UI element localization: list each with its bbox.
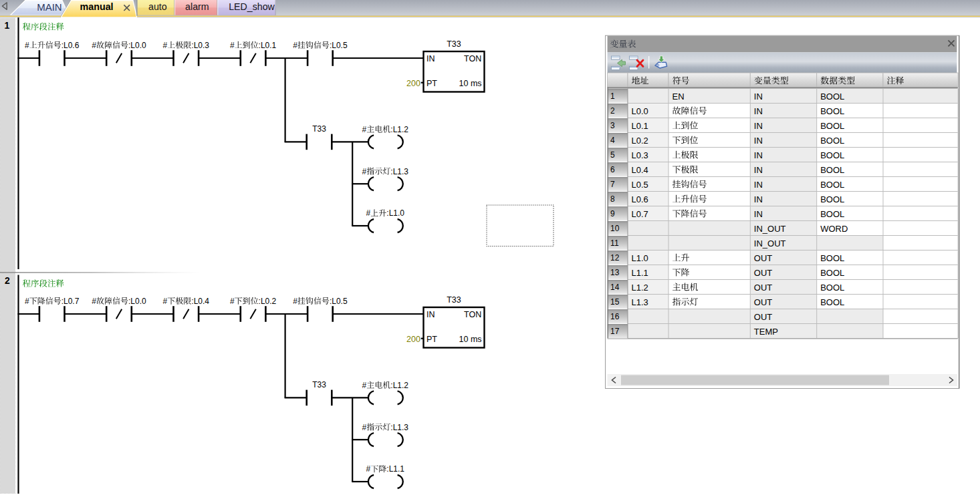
svg-text:IN: IN xyxy=(754,121,763,131)
svg-text:T33: T33 xyxy=(312,380,326,389)
svg-text:alarm: alarm xyxy=(185,1,209,12)
svg-text:OUT: OUT xyxy=(754,283,773,293)
svg-text:BOOL: BOOL xyxy=(820,209,844,219)
svg-text:#: # xyxy=(362,167,367,176)
svg-text:L0.7: L0.7 xyxy=(632,209,648,219)
svg-text:IN: IN xyxy=(754,194,763,204)
svg-text:PT: PT xyxy=(426,335,437,344)
svg-text:IN_OUT: IN_OUT xyxy=(754,238,786,248)
svg-text:L0.5: L0.5 xyxy=(632,180,648,190)
svg-text:10: 10 xyxy=(610,224,620,233)
svg-text:#: # xyxy=(163,297,168,306)
svg-text:#: # xyxy=(163,41,168,50)
svg-text:BOOL: BOOL xyxy=(820,106,844,116)
svg-text::L1.2: :L1.2 xyxy=(390,381,408,390)
svg-text:L1.1: L1.1 xyxy=(632,268,648,278)
svg-text::L0.7: :L0.7 xyxy=(62,297,80,306)
svg-text:2: 2 xyxy=(5,275,10,286)
svg-text:16: 16 xyxy=(610,312,620,321)
svg-text:7: 7 xyxy=(610,180,615,189)
svg-text:14: 14 xyxy=(610,283,620,292)
svg-text:IN: IN xyxy=(426,310,435,319)
svg-text:#: # xyxy=(366,464,371,474)
svg-text:IN: IN xyxy=(754,136,763,146)
svg-text:IN: IN xyxy=(754,180,763,190)
svg-text::L0.2: :L0.2 xyxy=(259,297,277,306)
svg-text:2: 2 xyxy=(610,106,615,116)
svg-text:17: 17 xyxy=(610,327,620,336)
svg-text:8: 8 xyxy=(610,194,615,204)
svg-text:OUT: OUT xyxy=(754,268,773,278)
svg-text::L0.0: :L0.0 xyxy=(128,41,146,50)
svg-text:BOOL: BOOL xyxy=(820,180,844,190)
svg-text:1: 1 xyxy=(5,20,10,31)
svg-text::L1.1: :L1.1 xyxy=(386,464,404,474)
svg-text:4: 4 xyxy=(610,136,615,145)
svg-text:L0.4: L0.4 xyxy=(632,165,648,175)
svg-text:BOOL: BOOL xyxy=(820,121,844,131)
svg-text:11: 11 xyxy=(610,238,619,248)
svg-text::L0.3: :L0.3 xyxy=(191,41,209,50)
svg-text:T33: T33 xyxy=(312,124,326,134)
svg-text:IN: IN xyxy=(426,54,435,63)
svg-text:L0.6: L0.6 xyxy=(632,194,648,204)
svg-text:manual: manual xyxy=(80,1,114,12)
svg-text:OUT: OUT xyxy=(754,297,773,307)
svg-text:L1.2: L1.2 xyxy=(632,283,648,293)
svg-text:TON: TON xyxy=(464,310,481,319)
svg-text:#: # xyxy=(293,41,297,50)
svg-text:WORD: WORD xyxy=(820,224,848,234)
svg-text:#: # xyxy=(366,208,371,218)
svg-text:BOOL: BOOL xyxy=(820,297,844,307)
svg-text:EN: EN xyxy=(672,92,685,102)
svg-text:BOOL: BOOL xyxy=(820,92,844,102)
svg-text:10 ms: 10 ms xyxy=(459,79,482,88)
svg-text:#: # xyxy=(92,297,96,306)
svg-text:IN: IN xyxy=(754,209,763,219)
svg-text:BOOL: BOOL xyxy=(820,136,844,146)
svg-text:L0.2: L0.2 xyxy=(632,136,648,146)
svg-text:1: 1 xyxy=(610,92,615,101)
svg-text:L1.3: L1.3 xyxy=(632,297,648,307)
svg-text:13: 13 xyxy=(610,268,620,277)
svg-text:OUT: OUT xyxy=(754,253,773,263)
svg-text:TON: TON xyxy=(464,54,481,63)
svg-text:3: 3 xyxy=(610,121,615,130)
svg-text::L0.5: :L0.5 xyxy=(330,41,348,50)
svg-text:6: 6 xyxy=(610,165,615,174)
svg-text:#: # xyxy=(25,297,29,306)
svg-text:IN_OUT: IN_OUT xyxy=(754,224,786,234)
svg-text:#: # xyxy=(230,41,235,50)
svg-text:BOOL: BOOL xyxy=(820,283,844,293)
svg-text:#: # xyxy=(362,423,367,432)
svg-text:12: 12 xyxy=(610,253,620,263)
svg-text:LED_show: LED_show xyxy=(229,1,275,12)
svg-text::L1.0: :L1.0 xyxy=(386,208,404,218)
svg-text:T33: T33 xyxy=(447,39,461,49)
svg-text:#: # xyxy=(362,125,367,134)
svg-text:#: # xyxy=(362,381,367,390)
svg-text::L0.0: :L0.0 xyxy=(128,297,146,306)
svg-text:5: 5 xyxy=(610,150,615,160)
svg-text::L0.4: :L0.4 xyxy=(191,297,209,306)
svg-text:T33: T33 xyxy=(447,295,461,305)
svg-text::L0.1: :L0.1 xyxy=(259,41,277,50)
svg-text:OUT: OUT xyxy=(754,312,773,322)
svg-text::L1.3: :L1.3 xyxy=(390,423,408,432)
svg-text:#: # xyxy=(25,41,29,50)
svg-text:10 ms: 10 ms xyxy=(459,335,482,344)
svg-text:BOOL: BOOL xyxy=(820,268,844,278)
svg-text:BOOL: BOOL xyxy=(820,165,844,175)
svg-text:#: # xyxy=(293,297,297,306)
svg-text:auto: auto xyxy=(148,1,167,12)
svg-text::L1.3: :L1.3 xyxy=(390,167,408,176)
svg-text:L0.1: L0.1 xyxy=(632,121,648,131)
svg-text:BOOL: BOOL xyxy=(820,150,844,160)
svg-text:IN: IN xyxy=(754,92,763,102)
svg-text:9: 9 xyxy=(610,209,615,218)
svg-text:L0.0: L0.0 xyxy=(632,106,648,116)
svg-text:#: # xyxy=(92,41,96,50)
svg-text:15: 15 xyxy=(610,297,620,307)
svg-text:IN: IN xyxy=(754,150,763,160)
svg-text:MAIN: MAIN xyxy=(37,1,62,13)
